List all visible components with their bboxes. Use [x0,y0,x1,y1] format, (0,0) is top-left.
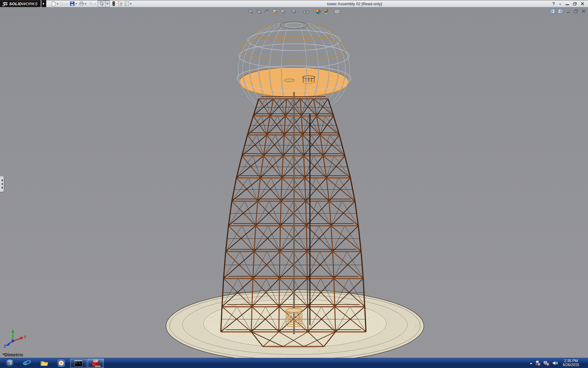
heads-up-view-toolbar [247,8,341,15]
start-button[interactable] [2,358,18,368]
window-controls: ? [552,2,588,6]
graphics-area: X Z *Dimetric [0,7,588,358]
zoom-to-area-button[interactable] [255,8,262,15]
svg-text:e: e [24,359,27,367]
flyout-arrow-icon [43,2,44,5]
taskbar-clock[interactable]: 2:35 PM 6/26/2015 [561,359,581,367]
viewport-3d-model[interactable] [0,7,588,358]
previous-view-icon [263,8,270,15]
select-tool-group [98,0,110,7]
hidden-icons-chevron-icon[interactable] [530,361,532,364]
save-button[interactable] [69,0,78,7]
select-tool-button[interactable] [98,0,106,7]
doc-restore-button[interactable] [574,10,578,13]
select-dropdown-arrow [107,3,108,6]
view-orientation-icon [279,8,286,15]
apply-scene-button[interactable] [323,8,330,15]
restore-button[interactable] [573,2,577,6]
save-floppy-icon [70,1,75,6]
volume-icon[interactable] [552,360,558,366]
new-document-icon [51,1,56,6]
display-style-button[interactable] [290,8,297,15]
panel-right-button[interactable] [558,9,563,13]
print-dropdown-arrow[interactable] [85,3,86,6]
internet-explorer-button[interactable]: e [19,358,35,368]
undo-arrow-icon [88,1,93,6]
doc-minimize-button[interactable] [567,10,570,13]
hide-show-items-button[interactable] [303,8,309,15]
options-dropdown-arrow[interactable] [130,3,132,6]
triad-z-label: Z [4,344,6,348]
select-cursor-icon [99,1,104,6]
action-center-flag-icon[interactable] [535,360,541,366]
view-settings-button[interactable] [334,8,341,15]
zoom-to-area-icon [255,8,262,15]
save-dropdown-arrow[interactable] [75,3,77,6]
minimize-button[interactable] [566,4,569,5]
brand-text-works: WORKS [22,2,38,6]
select-dropdown-button[interactable] [106,0,110,7]
solidworks-sw-label: SW [93,359,98,363]
media-player-button[interactable] [53,358,70,368]
command-prompt-button[interactable]: C:\_ [70,358,87,368]
previous-view-button[interactable] [263,8,270,15]
windows-explorer-button[interactable] [36,358,52,368]
new-document-button[interactable] [51,0,59,7]
edit-appearance-icon [315,8,322,15]
taskbar-items: e [0,358,104,368]
windows-taskbar: e [0,358,588,368]
brand-text-solid: SOLID [9,2,22,6]
view-orientation-label: *Dimetric [2,352,24,357]
clock-date: 6/26/2015 [563,363,579,367]
window-title: tower Assembly 02 [Read-only] [150,2,559,6]
ds-logo-icon: ƷS [2,1,7,6]
folder-icon [40,359,48,367]
internet-explorer-icon: e [23,359,31,367]
new-dropdown-arrow[interactable] [57,3,58,6]
file-properties-button[interactable] [117,0,123,7]
command-prompt-label: C:\_ [75,362,81,364]
open-dropdown-arrow [66,3,68,6]
zoom-to-fit-icon [247,8,254,15]
apply-scene-icon [323,8,330,15]
collapse-arrow-icon [0,186,3,189]
rebuild-traffic-light-icon [111,1,116,6]
solidworks-logo: ƷS SOLIDWORKS [0,0,41,7]
zoom-to-fit-button[interactable] [247,8,254,15]
windows-start-orb-icon [5,358,14,368]
menu-flyout-button[interactable] [41,0,46,7]
edit-appearance-button[interactable] [315,8,322,15]
solidworks-2015-icon: SW 2015 [91,359,100,368]
view-settings-icon [334,8,341,15]
doc-close-button[interactable] [582,9,586,13]
document-window-controls [550,9,586,13]
undo-button[interactable] [88,0,94,7]
collapse-arrow-icon [0,179,3,182]
hide-show-items-glasses-icon [303,8,309,15]
solidworks-window: ƷS SOLIDWORKS [0,0,588,368]
help-dropdown-arrow[interactable] [559,4,561,6]
feature-tree-collapsed-tab[interactable] [0,176,4,192]
system-tray: 2:35 PM 6/26/2015 [530,358,588,368]
options-button[interactable] [124,0,133,7]
network-error-icon[interactable] [543,360,549,366]
brand-text: SOLIDWORKS [9,2,38,6]
triad-x-label: X [24,335,26,339]
section-view-icon [271,8,278,15]
collapse-arrow-icon [0,183,3,185]
rebuild-button[interactable] [111,0,117,7]
file-properties-icon [117,1,123,6]
standard-toolbar [51,0,133,7]
help-button[interactable]: ? [552,2,555,6]
print-button[interactable] [78,0,87,7]
open-folder-icon [60,1,66,6]
display-style-icon [290,8,297,15]
solidworks-2015-button[interactable]: SW 2015 [87,358,104,368]
section-view-button[interactable] [271,8,278,15]
close-button[interactable] [581,2,584,6]
title-bar: ƷS SOLIDWORKS [0,0,588,7]
panel-left-button[interactable] [550,9,555,13]
print-icon [79,1,84,6]
open-button[interactable] [60,0,66,7]
view-orientation-button[interactable] [279,8,286,15]
